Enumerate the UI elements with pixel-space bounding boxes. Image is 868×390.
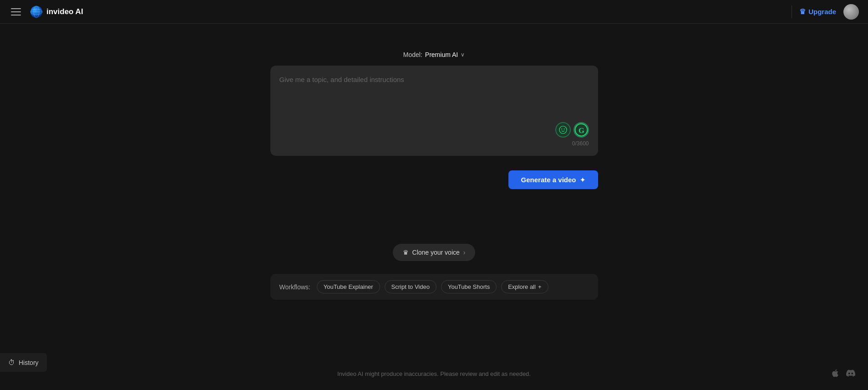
workflows-section: Workflows: YouTube Explainer Script to V… [270, 274, 598, 300]
workflow-tag-label-explore-all: Explore all [508, 283, 536, 290]
sparkle-icon: ✦ [580, 176, 585, 184]
prompt-box: G 0/3600 [270, 66, 598, 156]
upgrade-button[interactable]: ♛ Upgrade [799, 7, 836, 16]
logo-text: invideo AI [46, 7, 83, 16]
hamburger-line-3 [11, 15, 21, 15]
history-button[interactable]: ⏱ History [0, 353, 47, 372]
main-content: Model: Premium AI ∨ [0, 24, 868, 390]
plus-icon: + [538, 283, 542, 290]
disclaimer-text: Invideo AI might produce inaccuracies. P… [337, 370, 531, 377]
workflow-tag-script-to-video[interactable]: Script to Video [385, 280, 437, 293]
grammar-svg: G [574, 123, 588, 137]
workflow-tag-label-youtube-explainer: YouTube Explainer [324, 283, 373, 290]
navbar-right: ♛ Upgrade [792, 4, 859, 20]
svg-text:G: G [579, 126, 584, 135]
footer-disclaimer: Invideo AI might produce inaccuracies. P… [337, 370, 531, 377]
generate-btn-row: Generate a video ✦ [270, 162, 598, 189]
clock-icon: ⏱ [8, 359, 15, 366]
arrow-right-icon: › [463, 249, 466, 256]
hamburger-line-1 [11, 8, 21, 9]
workflow-tag-explore-all[interactable]: Explore all + [501, 280, 548, 293]
prompt-tool-icons: G [555, 122, 589, 138]
chevron-down-icon: ∨ [461, 51, 465, 58]
footer-right-icons [831, 369, 855, 380]
model-value: Premium AI [425, 51, 458, 58]
svg-point-6 [563, 128, 564, 129]
logo-area: invideo AI [30, 5, 83, 18]
navbar-left: invideo AI [9, 5, 83, 18]
workflow-tag-label-youtube-shorts: YouTube Shorts [448, 283, 490, 290]
workflow-tag-youtube-explainer[interactable]: YouTube Explainer [317, 280, 380, 293]
discord-icon[interactable] [846, 369, 855, 380]
char-count: 0/3600 [572, 140, 589, 147]
navbar: invideo AI ♛ Upgrade [0, 0, 868, 24]
upgrade-label: Upgrade [808, 8, 836, 15]
svg-point-5 [561, 128, 562, 129]
prompt-input[interactable] [279, 75, 589, 116]
prompt-bottom-bar: G 0/3600 [279, 122, 589, 147]
workflows-label: Workflows: [279, 283, 310, 291]
history-label: History [19, 359, 39, 366]
crown-small-icon: ♛ [403, 249, 409, 256]
generate-label: Generate a video [521, 176, 576, 184]
workflow-tag-label-script-to-video: Script to Video [391, 283, 430, 290]
nav-divider [792, 5, 792, 18]
clone-voice-button[interactable]: ♛ Clone your voice › [393, 244, 476, 261]
apple-icon[interactable] [831, 369, 840, 380]
hamburger-line-2 [11, 11, 21, 12]
clone-voice-label: Clone your voice [412, 249, 460, 256]
logo-icon [30, 5, 43, 18]
emoji-svg [559, 126, 567, 134]
hamburger-menu-button[interactable] [9, 6, 23, 17]
grammar-check-icon[interactable]: G [574, 122, 589, 138]
workflow-tags: YouTube Explainer Script to Video YouTub… [317, 280, 548, 293]
emoji-icon[interactable] [555, 122, 571, 138]
model-selector[interactable]: Model: Premium AI ∨ [403, 51, 465, 58]
avatar-image [843, 4, 859, 20]
crown-icon: ♛ [799, 7, 806, 16]
user-avatar[interactable] [843, 4, 859, 20]
model-label: Model: [403, 51, 422, 58]
generate-video-button[interactable]: Generate a video ✦ [508, 170, 598, 189]
svg-point-4 [559, 126, 566, 133]
workflow-tag-youtube-shorts[interactable]: YouTube Shorts [441, 280, 497, 293]
